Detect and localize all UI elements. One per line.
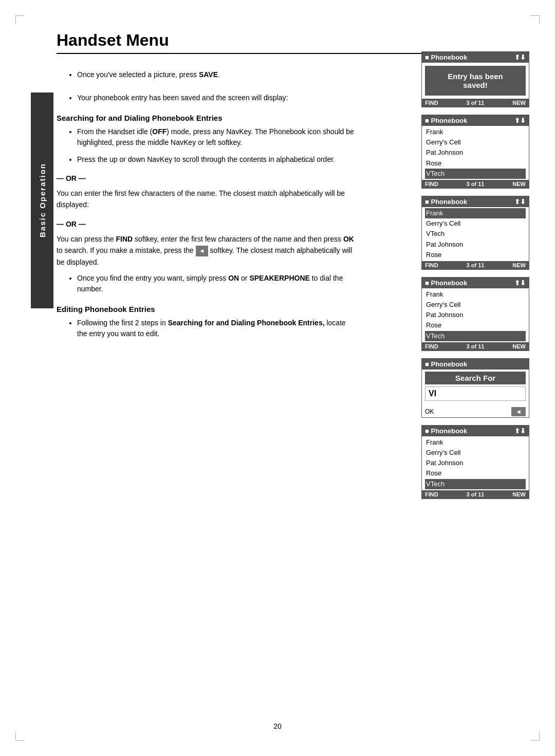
screen3-count: 3 of 11 — [467, 262, 485, 268]
screen2-footer: FIND 3 of 11 NEW — [422, 180, 529, 188]
corner-tl — [15, 15, 25, 25]
screen4-item-3: Rose — [425, 320, 526, 330]
screen2-new: NEW — [512, 181, 526, 187]
screen5-title: Phonebook — [431, 360, 467, 368]
screen5-search-label: Search For — [425, 372, 526, 384]
screen4-new: NEW — [512, 343, 526, 349]
screen4-icon: ■ Phonebook — [425, 279, 467, 287]
page-number: 20 — [273, 722, 282, 730]
corner-br — [530, 731, 540, 741]
screen2-icon: ■ Phonebook — [425, 117, 467, 124]
section2-heading: Editing Phonebook Entries — [57, 305, 355, 314]
screen6-new: NEW — [512, 491, 526, 497]
screen3-find: FIND — [425, 262, 438, 268]
screen1-find: FIND — [425, 100, 438, 106]
screen-5: ■ Phonebook Search For VI OK ◄ — [421, 358, 529, 418]
screen6-header: ■ Phonebook ⬆⬇ — [422, 426, 529, 436]
screens-column: ■ Phonebook ⬆⬇ Entry has beensaved! FIND… — [421, 51, 529, 499]
screen1-new: NEW — [512, 100, 526, 106]
screen6-arrow: ⬆⬇ — [514, 427, 526, 435]
screen5-body: Search For VI — [422, 370, 529, 404]
screen-3: ■ Phonebook ⬆⬇ Frank Gerry's Cell VTech … — [421, 196, 529, 270]
screen1-footer: FIND 3 of 11 NEW — [422, 99, 529, 107]
screen2-find: FIND — [425, 181, 438, 187]
screen3-item-0: Frank — [425, 208, 526, 218]
screen1-body: Entry has beensaved! — [422, 63, 529, 99]
section1-bullet2: Press the up or down NavKey to scroll th… — [77, 154, 355, 165]
screen4-item-4: VTech — [425, 331, 526, 341]
sidebar: Basic Operation — [31, 93, 53, 308]
saved-bullet: Your phonebook entry has been saved and … — [77, 93, 355, 103]
screen3-title: Phonebook — [431, 198, 467, 206]
screen2-body: Frank Gerry's Cell Pat Johnson Rose VTec… — [422, 126, 529, 180]
screen1-icon: ■ Phonebook — [425, 53, 467, 61]
screen2-title: Phonebook — [431, 117, 467, 124]
screen4-footer: FIND 3 of 11 NEW — [422, 342, 529, 351]
screen4-arrow: ⬆⬇ — [514, 279, 526, 287]
screen-1: ■ Phonebook ⬆⬇ Entry has beensaved! FIND… — [421, 51, 529, 107]
screen1-count: 3 of 11 — [467, 100, 485, 106]
corner-tr — [530, 15, 540, 25]
screen2-item-3: Rose — [425, 158, 526, 169]
or2-text: You can press the FIND softkey, enter th… — [57, 233, 355, 268]
sidebar-label: Basic Operation — [38, 163, 47, 237]
screen3-item-2: VTech — [425, 229, 526, 239]
screen5-ok: OK — [425, 408, 434, 415]
corner-bl — [15, 731, 25, 741]
or1-text: You can enter the first few characters o… — [57, 188, 355, 211]
intro-bullet: Once you've selected a picture, press SA… — [77, 69, 355, 80]
screen6-item-3: Rose — [425, 468, 526, 478]
screen4-count: 3 of 11 — [467, 343, 485, 349]
screen3-header: ■ Phonebook ⬆⬇ — [422, 196, 529, 207]
screen5-back-arrow: ◄ — [511, 407, 526, 416]
screen-4: ■ Phonebook ⬆⬇ Frank Gerry's Cell Pat Jo… — [421, 277, 529, 351]
screen4-item-0: Frank — [425, 289, 526, 300]
screen2-item-0: Frank — [425, 127, 526, 137]
screen2-item-1: Gerry's Cell — [425, 137, 526, 147]
screen2-header: ■ Phonebook ⬆⬇ — [422, 115, 529, 126]
screen6-footer: FIND 3 of 11 NEW — [422, 490, 529, 499]
screen3-new: NEW — [512, 262, 526, 268]
screen6-item-0: Frank — [425, 437, 526, 448]
screen5-icon: ■ Phonebook — [425, 360, 467, 368]
section2-bullet: Following the first 2 steps in Searching… — [77, 318, 355, 339]
screen6-item-1: Gerry's Cell — [425, 448, 526, 458]
screen1-arrow: ⬆⬇ — [514, 53, 526, 61]
screen-2: ■ Phonebook ⬆⬇ Frank Gerry's Cell Pat Jo… — [421, 115, 529, 189]
screen4-find: FIND — [425, 343, 438, 349]
section1-bullet1: From the Handset idle (OFF) mode, press … — [77, 126, 355, 148]
screen4-header: ■ Phonebook ⬆⬇ — [422, 278, 529, 288]
screen3-item-1: Gerry's Cell — [425, 218, 526, 229]
screen3-item-4: Rose — [425, 250, 526, 260]
screen3-icon: ■ Phonebook — [425, 198, 467, 206]
or-divider-2: — OR — — [57, 220, 355, 228]
screen4-title: Phonebook — [431, 279, 467, 287]
screen2-arrow: ⬆⬇ — [514, 117, 526, 124]
screen6-item-4: VTech — [425, 479, 526, 489]
screen6-find: FIND — [425, 491, 438, 497]
screen6-title: Phonebook — [431, 427, 467, 435]
screen5-header: ■ Phonebook — [422, 359, 529, 370]
screen6-icon: ■ Phonebook — [425, 427, 467, 435]
screen2-item-2: Pat Johnson — [425, 147, 526, 158]
screen1-title: Phonebook — [431, 53, 467, 61]
screen5-footer: OK ◄ — [422, 406, 529, 417]
screen3-item-3: Pat Johnson — [425, 239, 526, 250]
page-title: Handset Menu — [57, 31, 488, 54]
screen5-search-input: VI — [425, 386, 526, 401]
screen6-body: Frank Gerry's Cell Pat Johnson Rose VTec… — [422, 436, 529, 490]
screen3-arrow: ⬆⬇ — [514, 198, 526, 206]
screen2-item-4: VTech — [425, 169, 526, 179]
screen-6: ■ Phonebook ⬆⬇ Frank Gerry's Cell Pat Jo… — [421, 425, 529, 499]
screen4-body: Frank Gerry's Cell Pat Johnson Rose VTec… — [422, 288, 529, 342]
screen6-count: 3 of 11 — [467, 491, 485, 497]
screen2-count: 3 of 11 — [467, 181, 485, 187]
screen4-item-1: Gerry's Cell — [425, 300, 526, 310]
screen6-item-2: Pat Johnson — [425, 458, 526, 468]
screen3-footer: FIND 3 of 11 NEW — [422, 261, 529, 269]
screen3-body: Frank Gerry's Cell VTech Pat Johnson Ros… — [422, 207, 529, 261]
or-divider-1: — OR — — [57, 174, 355, 182]
once-bullet: Once you find the entry you want, simply… — [77, 273, 355, 294]
screen4-item-2: Pat Johnson — [425, 310, 526, 320]
screen1-header: ■ Phonebook ⬆⬇ — [422, 52, 529, 63]
